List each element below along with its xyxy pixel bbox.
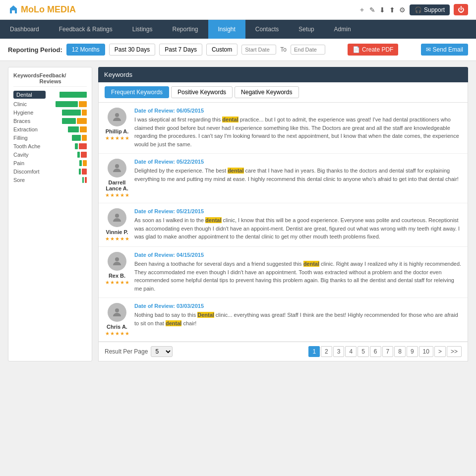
power-button[interactable]: ⏻ bbox=[454, 4, 468, 15]
keyword-row[interactable]: Dental bbox=[13, 91, 87, 99]
to-label: To bbox=[280, 46, 287, 53]
keyword-row[interactable]: Braces bbox=[13, 118, 87, 124]
person-icon bbox=[111, 111, 123, 123]
keyword-row[interactable]: Sore bbox=[13, 177, 87, 183]
download-icon[interactable]: ⬇ bbox=[379, 6, 385, 14]
add-icon[interactable]: ＋ bbox=[358, 5, 365, 14]
star-icon: ★ bbox=[115, 236, 119, 241]
logo-text: MoLo MEDIA bbox=[21, 4, 76, 15]
person-icon bbox=[111, 306, 123, 318]
review-text: As soon as I walked in to the dental cli… bbox=[134, 216, 462, 241]
keyword-row[interactable]: Discomfort bbox=[13, 169, 87, 175]
keyword-label: Clinic bbox=[13, 101, 46, 107]
page-button[interactable]: 5 bbox=[357, 346, 369, 357]
pagination-bar: Result Per Page 5 10 25 12345678910>>> bbox=[98, 342, 468, 361]
review-content: Date of Review: 05/21/2015 As soon as I … bbox=[134, 208, 462, 241]
app-header: MoLo MEDIA ＋ ✎ ⬇ ⬆ ⚙ 🎧 Support ⏻ bbox=[0, 0, 476, 20]
green-bar bbox=[79, 160, 82, 166]
export-icon[interactable]: ⬆ bbox=[389, 6, 395, 14]
green-bar bbox=[75, 143, 78, 149]
keyword-highlight: dental bbox=[222, 117, 238, 122]
reviewer-name: Phillip A. bbox=[105, 128, 129, 134]
star-icon: ★ bbox=[105, 135, 110, 141]
keyword-row[interactable]: Clinic bbox=[13, 101, 87, 107]
reporting-period-label: Reporting Period: bbox=[8, 46, 62, 54]
nav-contacts[interactable]: Contacts bbox=[245, 20, 289, 39]
star-icon: ★ bbox=[125, 236, 129, 241]
per-page-select[interactable]: 5 10 25 bbox=[151, 346, 173, 357]
yellow-bar bbox=[82, 135, 87, 141]
pdf-icon: 📄 bbox=[353, 46, 360, 53]
page-button[interactable]: 7 bbox=[382, 346, 394, 357]
star-icon: ★ bbox=[125, 280, 129, 285]
reviewer-avatar: Vinnie P. ★★★★★ bbox=[105, 208, 129, 241]
star-icon: ★ bbox=[120, 280, 124, 285]
nav-insight[interactable]: Insight bbox=[208, 20, 245, 39]
yellow-bar bbox=[79, 101, 87, 107]
keyword-row[interactable]: Extraction bbox=[13, 126, 87, 132]
reviewer-stars: ★★★★★ bbox=[105, 236, 129, 241]
support-button[interactable]: 🎧 Support bbox=[410, 4, 450, 15]
yellow-bar bbox=[82, 110, 87, 116]
keyword-row[interactable]: Tooth Ache bbox=[13, 143, 87, 149]
tab-positive[interactable]: Positive Keywords bbox=[171, 86, 233, 98]
svg-point-4 bbox=[115, 308, 119, 312]
avatar-circle bbox=[108, 108, 126, 126]
keyword-label: Hygiene bbox=[13, 110, 46, 116]
tab-negative[interactable]: Negative Keywords bbox=[235, 86, 298, 98]
end-date-input[interactable] bbox=[291, 45, 325, 55]
review-card: Vinnie P. ★★★★★ Date of Review: 05/21/20… bbox=[99, 203, 468, 247]
page-button[interactable]: 3 bbox=[333, 346, 345, 357]
keyword-label: Cavity bbox=[13, 152, 46, 158]
keyword-row[interactable]: Pain bbox=[13, 160, 87, 166]
start-date-input[interactable] bbox=[241, 45, 276, 55]
page-button[interactable]: 6 bbox=[370, 346, 381, 357]
review-text: Nothing bad to say to this Dental clinic… bbox=[134, 311, 462, 327]
page-button[interactable]: 8 bbox=[394, 346, 406, 357]
reviewer-avatar: Rex B. ★★★★★ bbox=[105, 252, 129, 293]
edit-icon[interactable]: ✎ bbox=[369, 6, 375, 14]
avatar-circle bbox=[108, 252, 126, 271]
keyword-label: Pain bbox=[13, 160, 46, 166]
page-button[interactable]: >> bbox=[447, 346, 462, 357]
nav-reporting[interactable]: Reporting bbox=[162, 20, 208, 39]
page-button[interactable]: 1 bbox=[308, 346, 320, 357]
keywords-panel: Keywords Feedback/ Reviews DentalClinicH… bbox=[8, 67, 92, 361]
create-pdf-button[interactable]: 📄 Create PDF bbox=[348, 44, 398, 56]
keyword-row[interactable]: Cavity bbox=[13, 152, 87, 158]
page-button[interactable]: 10 bbox=[419, 346, 433, 357]
keyword-label: Tooth Ache bbox=[13, 143, 46, 149]
settings-icon[interactable]: ⚙ bbox=[399, 6, 406, 14]
period-custom[interactable]: Custom bbox=[206, 44, 238, 56]
green-bar bbox=[68, 126, 79, 132]
tab-frequent[interactable]: Frequent Keywords bbox=[105, 86, 169, 98]
nav-listings[interactable]: Listings bbox=[122, 20, 163, 39]
email-icon: ✉ bbox=[426, 46, 431, 53]
nav-setup[interactable]: Setup bbox=[289, 20, 324, 39]
page-button[interactable]: 4 bbox=[345, 346, 357, 357]
nav-admin[interactable]: Admin bbox=[324, 20, 361, 39]
keyword-bars bbox=[56, 101, 87, 107]
keyword-row[interactable]: Hygiene bbox=[13, 110, 87, 116]
star-icon: ★ bbox=[110, 236, 115, 241]
svg-point-1 bbox=[115, 164, 119, 168]
main-content: Keywords Feedback/ Reviews DentalClinicH… bbox=[0, 61, 476, 367]
green-bar bbox=[72, 135, 81, 141]
keyword-bars bbox=[72, 135, 87, 141]
keyword-bars bbox=[77, 152, 87, 158]
keyword-row[interactable]: Filling bbox=[13, 135, 87, 141]
keyword-highlight: dental bbox=[303, 261, 319, 267]
avatar-circle bbox=[108, 208, 126, 227]
period-7days[interactable]: Past 7 Days bbox=[159, 44, 202, 56]
send-email-button[interactable]: ✉ Send Email bbox=[421, 44, 468, 56]
nav-feedback[interactable]: Feedback & Ratings bbox=[49, 20, 122, 39]
yellow-bar bbox=[80, 126, 87, 132]
green-bar bbox=[62, 118, 76, 124]
period-12months[interactable]: 12 Months bbox=[66, 44, 105, 56]
page-button[interactable]: 2 bbox=[321, 346, 332, 357]
period-30days[interactable]: Past 30 Days bbox=[109, 44, 155, 56]
green-bar bbox=[82, 177, 84, 183]
page-button[interactable]: 9 bbox=[407, 346, 418, 357]
nav-dashboard[interactable]: Dashboard bbox=[0, 20, 49, 39]
page-button[interactable]: > bbox=[434, 346, 446, 357]
